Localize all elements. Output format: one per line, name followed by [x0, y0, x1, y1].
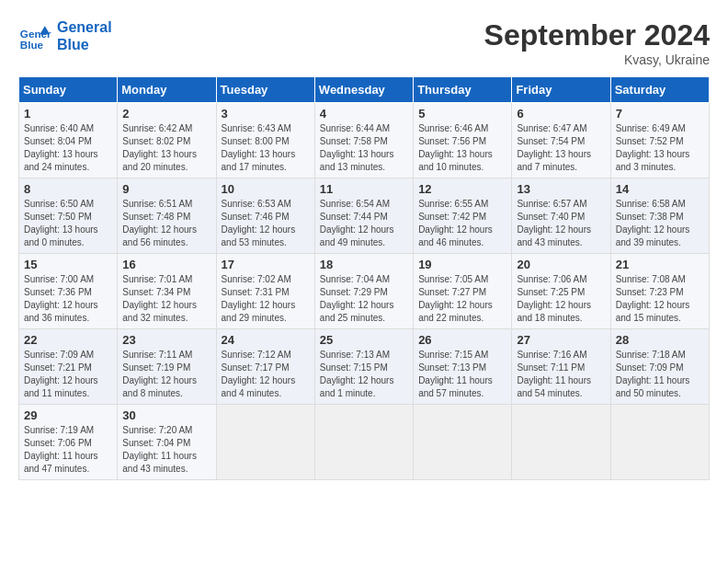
day-number: 16 — [122, 258, 210, 271]
calendar-cell — [512, 405, 610, 480]
day-number: 10 — [222, 182, 310, 196]
day-info: Sunrise: 7:20 AMSunset: 7:04 PMDaylight:… — [122, 424, 210, 476]
weekday-header-wednesday: Wednesday — [314, 77, 413, 103]
day-number: 6 — [517, 107, 605, 121]
day-info: Sunrise: 6:43 AMSunset: 8:00 PMDaylight:… — [222, 122, 310, 174]
day-number: 23 — [122, 333, 210, 347]
calendar-cell: 3Sunrise: 6:43 AMSunset: 8:00 PMDaylight… — [216, 103, 314, 178]
day-info: Sunrise: 6:57 AMSunset: 7:40 PMDaylight:… — [517, 198, 605, 249]
calendar-cell: 9Sunrise: 6:51 AMSunset: 7:48 PMDaylight… — [118, 178, 216, 254]
calendar-cell — [314, 405, 413, 480]
day-info: Sunrise: 7:00 AMSunset: 7:36 PMDaylight:… — [24, 273, 112, 325]
day-number: 11 — [320, 182, 408, 196]
month-title: September 2024 — [484, 18, 710, 52]
day-info: Sunrise: 7:11 AMSunset: 7:19 PMDaylight:… — [122, 349, 210, 400]
day-number: 14 — [616, 182, 704, 196]
weekday-header-monday: Monday — [118, 77, 216, 103]
page-header: General Blue General Blue September 2024… — [18, 18, 710, 67]
day-info: Sunrise: 6:40 AMSunset: 8:04 PMDaylight:… — [24, 122, 112, 174]
day-number: 29 — [24, 408, 112, 422]
day-number: 20 — [517, 258, 605, 271]
day-info: Sunrise: 7:09 AMSunset: 7:21 PMDaylight:… — [24, 349, 112, 400]
calendar-cell: 18Sunrise: 7:04 AMSunset: 7:29 PMDayligh… — [314, 254, 413, 329]
day-number: 15 — [24, 258, 112, 271]
calendar-cell: 30Sunrise: 7:20 AMSunset: 7:04 PMDayligh… — [118, 405, 216, 480]
day-info: Sunrise: 6:53 AMSunset: 7:46 PMDaylight:… — [222, 198, 310, 249]
weekday-header-saturday: Saturday — [610, 77, 709, 103]
day-info: Sunrise: 6:47 AMSunset: 7:54 PMDaylight:… — [517, 122, 605, 174]
day-info: Sunrise: 7:13 AMSunset: 7:15 PMDaylight:… — [320, 349, 408, 400]
day-info: Sunrise: 7:16 AMSunset: 7:11 PMDaylight:… — [517, 349, 605, 400]
weekday-header-sunday: Sunday — [19, 77, 118, 103]
calendar-week-row: 15Sunrise: 7:00 AMSunset: 7:36 PMDayligh… — [19, 254, 710, 329]
calendar-cell: 20Sunrise: 7:06 AMSunset: 7:25 PMDayligh… — [512, 254, 610, 329]
day-info: Sunrise: 6:54 AMSunset: 7:44 PMDaylight:… — [320, 198, 408, 249]
day-number: 13 — [517, 182, 605, 196]
day-number: 17 — [222, 258, 310, 271]
day-number: 25 — [320, 333, 408, 347]
calendar-cell: 4Sunrise: 6:44 AMSunset: 7:58 PMDaylight… — [314, 103, 413, 178]
calendar-cell: 25Sunrise: 7:13 AMSunset: 7:15 PMDayligh… — [314, 329, 413, 405]
calendar-cell — [610, 405, 709, 480]
calendar-cell: 8Sunrise: 6:50 AMSunset: 7:50 PMDaylight… — [19, 178, 118, 254]
day-number: 22 — [24, 333, 112, 347]
calendar-cell: 29Sunrise: 7:19 AMSunset: 7:06 PMDayligh… — [19, 405, 118, 480]
calendar-table: SundayMondayTuesdayWednesdayThursdayFrid… — [18, 76, 710, 480]
day-number: 27 — [517, 333, 605, 347]
day-number: 7 — [616, 107, 704, 121]
day-number: 28 — [616, 333, 704, 347]
day-info: Sunrise: 7:04 AMSunset: 7:29 PMDaylight:… — [320, 273, 408, 325]
day-number: 1 — [24, 107, 112, 121]
calendar-week-row: 8Sunrise: 6:50 AMSunset: 7:50 PMDaylight… — [19, 178, 710, 254]
calendar-week-row: 1Sunrise: 6:40 AMSunset: 8:04 PMDaylight… — [19, 103, 710, 178]
day-info: Sunrise: 7:02 AMSunset: 7:31 PMDaylight:… — [222, 273, 310, 325]
svg-text:Blue: Blue — [20, 39, 44, 51]
weekday-header-row: SundayMondayTuesdayWednesdayThursdayFrid… — [19, 77, 710, 103]
calendar-cell — [414, 405, 512, 480]
calendar-cell: 22Sunrise: 7:09 AMSunset: 7:21 PMDayligh… — [19, 329, 118, 405]
calendar-cell: 13Sunrise: 6:57 AMSunset: 7:40 PMDayligh… — [512, 178, 610, 254]
day-info: Sunrise: 7:18 AMSunset: 7:09 PMDaylight:… — [616, 349, 704, 400]
day-info: Sunrise: 7:01 AMSunset: 7:34 PMDaylight:… — [122, 273, 210, 325]
calendar-cell: 17Sunrise: 7:02 AMSunset: 7:31 PMDayligh… — [216, 254, 314, 329]
weekday-header-tuesday: Tuesday — [216, 77, 314, 103]
day-info: Sunrise: 7:15 AMSunset: 7:13 PMDaylight:… — [418, 349, 506, 400]
day-info: Sunrise: 6:50 AMSunset: 7:50 PMDaylight:… — [24, 198, 112, 249]
day-number: 8 — [24, 182, 112, 196]
calendar-cell: 2Sunrise: 6:42 AMSunset: 8:02 PMDaylight… — [118, 103, 216, 178]
calendar-week-row: 29Sunrise: 7:19 AMSunset: 7:06 PMDayligh… — [19, 405, 710, 480]
day-number: 19 — [418, 258, 506, 271]
day-info: Sunrise: 6:42 AMSunset: 8:02 PMDaylight:… — [122, 122, 210, 174]
day-number: 30 — [122, 408, 210, 422]
day-number: 12 — [418, 182, 506, 196]
day-number: 18 — [320, 258, 408, 271]
day-number: 4 — [320, 107, 408, 121]
weekday-header-thursday: Thursday — [414, 77, 512, 103]
calendar-cell: 10Sunrise: 6:53 AMSunset: 7:46 PMDayligh… — [216, 178, 314, 254]
day-info: Sunrise: 7:05 AMSunset: 7:27 PMDaylight:… — [418, 273, 506, 325]
calendar-cell: 11Sunrise: 6:54 AMSunset: 7:44 PMDayligh… — [314, 178, 413, 254]
calendar-cell: 21Sunrise: 7:08 AMSunset: 7:23 PMDayligh… — [610, 254, 709, 329]
location: Kvasy, Ukraine — [484, 52, 710, 67]
day-info: Sunrise: 7:19 AMSunset: 7:06 PMDaylight:… — [24, 424, 112, 476]
day-info: Sunrise: 6:55 AMSunset: 7:42 PMDaylight:… — [418, 198, 506, 249]
calendar-cell — [216, 405, 314, 480]
day-number: 5 — [418, 107, 506, 121]
day-info: Sunrise: 7:06 AMSunset: 7:25 PMDaylight:… — [517, 273, 605, 325]
calendar-cell: 19Sunrise: 7:05 AMSunset: 7:27 PMDayligh… — [414, 254, 512, 329]
calendar-cell: 5Sunrise: 6:46 AMSunset: 7:56 PMDaylight… — [414, 103, 512, 178]
day-info: Sunrise: 6:58 AMSunset: 7:38 PMDaylight:… — [616, 198, 704, 249]
calendar-cell: 27Sunrise: 7:16 AMSunset: 7:11 PMDayligh… — [512, 329, 610, 405]
day-info: Sunrise: 7:08 AMSunset: 7:23 PMDaylight:… — [616, 273, 704, 325]
logo: General Blue General Blue — [18, 18, 112, 53]
title-block: September 2024 Kvasy, Ukraine — [484, 18, 710, 67]
calendar-cell: 16Sunrise: 7:01 AMSunset: 7:34 PMDayligh… — [118, 254, 216, 329]
day-number: 2 — [122, 107, 210, 121]
calendar-cell: 26Sunrise: 7:15 AMSunset: 7:13 PMDayligh… — [414, 329, 512, 405]
day-number: 24 — [222, 333, 310, 347]
logo-icon: General Blue — [18, 19, 51, 52]
day-number: 26 — [418, 333, 506, 347]
day-info: Sunrise: 7:12 AMSunset: 7:17 PMDaylight:… — [222, 349, 310, 400]
day-info: Sunrise: 6:49 AMSunset: 7:52 PMDaylight:… — [616, 122, 704, 174]
day-number: 21 — [616, 258, 704, 271]
